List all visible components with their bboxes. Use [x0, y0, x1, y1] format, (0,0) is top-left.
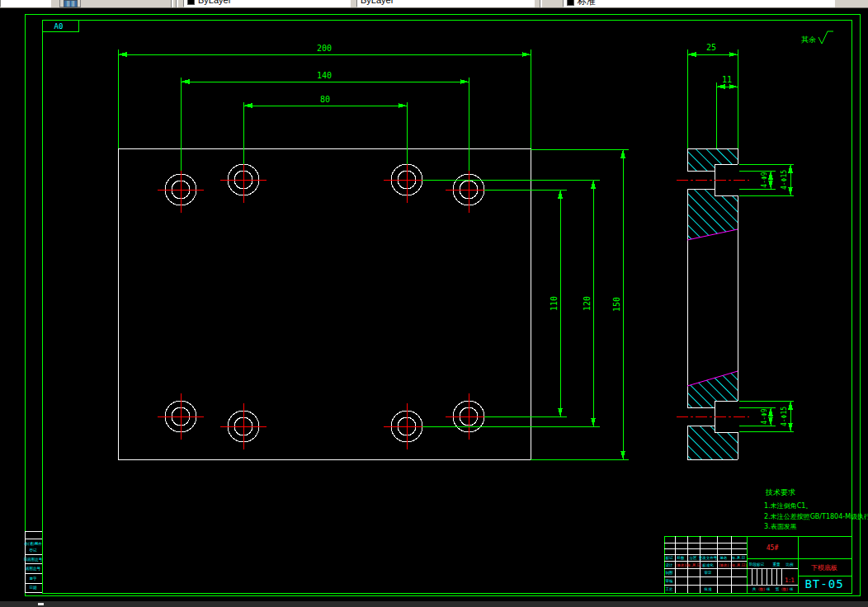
role-check: 审核: [666, 579, 674, 583]
linetype-combo-value: ByLayer: [361, 0, 394, 5]
side-view: [677, 148, 749, 459]
color-combo-value: ByLayer: [198, 0, 231, 5]
rev-header-mark: 标记: [665, 555, 674, 561]
svg-text:(数): (数): [758, 587, 765, 591]
aux-row6: 日期: [30, 586, 38, 590]
surface-finish-note: 其余: [801, 31, 833, 44]
svg-text:(数): (数): [781, 587, 788, 591]
title-block: 标记 处数 分区 更改文件号 签名 年.月.日 设计 (签名) (年.月.日) …: [664, 536, 851, 593]
rev-header-date: 年.月.日: [732, 556, 745, 560]
stage-header: 阶段标记: [749, 562, 765, 567]
svg-text:第: 第: [776, 587, 780, 591]
design-sign: (签名): [676, 563, 686, 567]
standard-sign: (签名): [719, 563, 729, 567]
standard-date: (年.月.日): [730, 563, 747, 567]
aux-row1: 借(通)用件: [24, 541, 42, 546]
dim-plate-height: 150: [612, 297, 621, 312]
style-swatch-icon: [567, 0, 574, 6]
color-swatch-icon: [187, 0, 195, 5]
callout-hole-small-bottom: 4-Φ9: [761, 408, 768, 424]
role-standard: 标准化: [701, 562, 714, 568]
dim-outer-hole-vspan: 110: [550, 296, 559, 311]
front-view: [118, 148, 531, 459]
tech-req-line1: 1.未注倒角C1。: [764, 502, 812, 510]
rev-header-zone: 分区: [690, 555, 698, 560]
toolbar-separator: [171, 0, 173, 8]
weight-header: 重量: [773, 562, 781, 567]
drawing-number: BT-05: [804, 577, 843, 591]
tech-req-line3: 3.表面发黑: [764, 523, 797, 530]
dimensions-top: 200 140 80: [118, 44, 531, 171]
hole-bottom-left-outer: [158, 393, 204, 440]
properties-toolbar: .tb-btn{left:72px;} ByLayer ByLayer 标准: [0, 0, 868, 8]
left-partial-combo[interactable]: [0, 0, 51, 7]
stage-scale-block: 45# 阶段标记 重量 比例 1:1 共 (数) 张 第 (数) 张: [747, 544, 798, 591]
command-cursor: [38, 603, 44, 605]
rev-header-docno: 更改文件号: [699, 555, 718, 560]
dimensions-side: 25 11 4-Φ9 4-Φ15 4-Φ9 4-Φ15: [687, 43, 794, 431]
part-name: 下模底板: [811, 564, 837, 572]
drawing-canvas[interactable]: A0 其余: [0, 8, 868, 601]
svg-text:张: 张: [790, 587, 794, 591]
callout-hole-small-top: 4-Φ9: [761, 172, 768, 187]
style-combo[interactable]: 标准: [563, 0, 835, 7]
color-combo[interactable]: ByLayer: [183, 0, 351, 7]
dim-inner-hole-vspan: 120: [583, 296, 592, 311]
status-strip: [0, 601, 868, 607]
sheet-count-row: 共 (数) 张 第 (数) 张: [752, 587, 794, 591]
scale-value: 1:1: [785, 576, 795, 584]
role-approve: 批准: [704, 587, 713, 591]
toolbar-separator: [176, 0, 178, 8]
style-combo-value: 标准: [578, 0, 596, 6]
rev-header-count: 处数: [677, 555, 686, 560]
dim-counterbore-depth: 11: [722, 75, 732, 84]
role-approve-std: 审定: [705, 571, 713, 575]
aux-row3: 旧底图总号: [24, 557, 43, 562]
dim-thickness: 25: [706, 43, 716, 52]
aux-table: 借(通)用件 登记 旧底图总号 底图总号 签字 日期: [24, 531, 43, 592]
toolbar-separator: [540, 0, 542, 8]
aux-row2: 登记: [30, 548, 38, 553]
role-draft: 制图: [666, 571, 673, 575]
aux-row5: 签字: [30, 576, 38, 581]
tech-req-title: 技术要求: [765, 488, 795, 496]
role-design: 设计: [666, 562, 674, 567]
surface-note-text: 其余: [801, 35, 816, 44]
rev-header-sign: 签名: [720, 556, 728, 560]
design-date: (年.月.日): [686, 563, 702, 567]
role-process: 工艺: [666, 586, 674, 591]
linetype-combo[interactable]: ByLayer: [356, 0, 535, 7]
sheet-size-label: A0: [54, 22, 64, 31]
aux-row4: 底图总号: [26, 567, 41, 571]
hole-bottom-left-inner: [220, 403, 267, 449]
tech-requirements: 技术要求 1.未注倒角C1。 2.未注公差按照GB/T1804-M级执行 3.表…: [764, 488, 868, 530]
revision-table: 标记 处数 分区 更改文件号 签名 年.月.日 设计 (签名) (年.月.日) …: [664, 536, 747, 593]
dim-inner-hole-span: 80: [320, 95, 330, 104]
callout-hole-large-top: 4-Φ15: [781, 170, 788, 190]
hole-top-left-outer: [158, 167, 204, 213]
sheet-frame: A0: [25, 14, 860, 595]
svg-text:共: 共: [752, 587, 757, 591]
dim-plate-width: 200: [317, 44, 332, 53]
dim-outer-hole-span: 140: [317, 71, 332, 80]
tech-req-line2: 2.未注公差按照GB/T1804-M级执行: [764, 513, 868, 520]
scale-header: 比例: [786, 562, 795, 567]
callout-hole-large-bottom: 4-Φ15: [781, 407, 788, 426]
layer-grid-icon: [64, 0, 78, 7]
material-label: 45#: [767, 544, 779, 552]
svg-text:张: 张: [767, 587, 771, 591]
layer-button[interactable]: [59, 0, 81, 7]
